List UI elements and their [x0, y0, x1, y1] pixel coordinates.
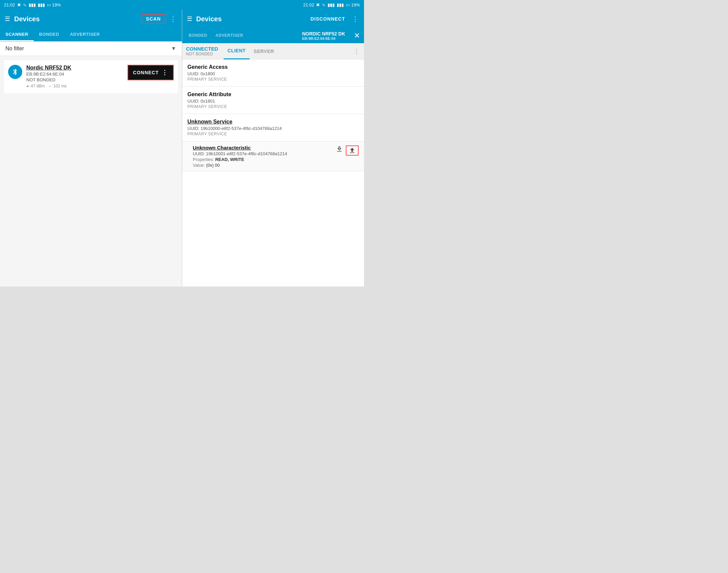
disconnect-button[interactable]: DISCONNECT — [308, 15, 348, 23]
bluetooth-icon: ✖ — [17, 2, 21, 7]
battery-left: ▭ 19% — [47, 2, 61, 7]
connect-button[interactable]: CONNECT ⋮ — [128, 65, 173, 80]
char-unknown-uuid: UUID: 19b10001-e8f2-537e-4f6c-d104768a12… — [193, 151, 333, 156]
service-generic-access-name: Generic Access — [188, 64, 359, 70]
tab-advertiser-left[interactable]: ADVERTISER — [64, 28, 105, 41]
signal-icon-r: ▮▮▮ — [328, 2, 335, 7]
right-toolbar-title: Devices — [196, 15, 304, 23]
battery-right: ▭ 19% — [346, 2, 360, 7]
device-meta: ◂ -47 dBm ↔ 102 ms — [26, 84, 123, 88]
characteristic-unknown: Unknown Characteristic UUID: 19b10001-e8… — [182, 141, 364, 171]
device-bond-status: NOT BONDED — [26, 77, 123, 82]
device-list: Nordic NRF52 DK EB:9B:E2:64:6E:04 NOT BO… — [0, 56, 182, 286]
signal-icon-2: ▮▮▮ — [38, 2, 45, 7]
right-panel: ☰ Devices DISCONNECT ⋮ BONDED ADVERTISER… — [182, 9, 364, 286]
services-list: Generic Access UUID: 0x1800 PRIMARY SERV… — [182, 59, 364, 286]
status-bar-right: 21:02 ✖ ∿ ▮▮▮ ▮▮▮ ▭ 19% — [303, 2, 360, 7]
service-generic-attribute: Generic Attribute UUID: 0x1801 PRIMARY S… — [182, 87, 364, 114]
right-connection-tabs: CONNECTED NOT BONDED CLIENT SERVER ⋮ — [182, 43, 364, 59]
service-generic-access: Generic Access UUID: 0x1800 PRIMARY SERV… — [182, 59, 364, 87]
right-panel-dots-button[interactable]: ⋮ — [353, 47, 360, 55]
char-upload-button[interactable] — [346, 145, 359, 156]
signal-arrow-icon: ◂ — [26, 84, 28, 88]
left-toolbar: ☰ Devices SCAN ⋮ — [0, 9, 182, 28]
service-generic-attribute-type: PRIMARY SERVICE — [188, 104, 359, 109]
char-info: Unknown Characteristic UUID: 19b10001-e8… — [193, 145, 333, 168]
char-properties: Properties: READ, WRITE — [193, 157, 333, 162]
char-value: Value: (0x) 00 — [193, 163, 333, 168]
left-time: 21:02 — [4, 2, 15, 7]
wifi-icon-r: ∿ — [322, 2, 326, 7]
right-device-mac: EB:9B:E2:64:6E:04 — [302, 36, 345, 40]
right-tab-device[interactable]: NORDIC NRF52 DK EB:9B:E2:64:6E:04 — [297, 28, 350, 43]
left-tabs: SCANNER BONDED ADVERTISER — [0, 28, 182, 42]
device-mac: EB:9B:E2:64:6E:04 — [26, 72, 123, 77]
char-download-button[interactable] — [336, 145, 343, 153]
right-toolbar-dots-button[interactable]: ⋮ — [352, 15, 359, 23]
filter-arrow-icon: ▼ — [171, 46, 176, 52]
service-generic-access-uuid: UUID: 0x1800 — [188, 71, 359, 76]
left-hamburger-button[interactable]: ☰ — [5, 15, 10, 23]
char-actions — [336, 145, 359, 156]
right-time: 21:02 — [303, 2, 314, 7]
status-bar-left: 21:02 ✖ ∿ ▮▮▮ ▮▮▮ ▭ 19% — [4, 2, 61, 7]
service-generic-access-type: PRIMARY SERVICE — [188, 77, 359, 82]
service-generic-attribute-name: Generic Attribute — [188, 91, 359, 98]
service-unknown: Unknown Service UUID: 19b10000-e8f2-537e… — [182, 114, 364, 141]
connection-status: CONNECTED NOT BONDED — [186, 46, 218, 56]
filter-text: No filter — [5, 46, 168, 52]
bluetooth-icon-r: ✖ — [316, 2, 320, 7]
connected-label: CONNECTED — [186, 46, 218, 52]
device-name: Nordic NRF52 DK — [26, 65, 123, 71]
right-hamburger-button[interactable]: ☰ — [187, 15, 192, 23]
right-device-tabs-bar: BONDED ADVERTISER NORDIC NRF52 DK EB:9B:… — [182, 28, 364, 43]
device-item: Nordic NRF52 DK EB:9B:E2:64:6E:04 NOT BO… — [4, 60, 178, 93]
left-toolbar-title: Devices — [14, 15, 137, 23]
left-panel: ☰ Devices SCAN ⋮ SCANNER BONDED ADVERTIS… — [0, 9, 182, 286]
tab-scanner[interactable]: SCANNER — [0, 28, 34, 41]
service-unknown-name: Unknown Service — [188, 119, 359, 125]
panels: ☰ Devices SCAN ⋮ SCANNER BONDED ADVERTIS… — [0, 9, 364, 286]
service-generic-attribute-uuid: UUID: 0x1801 — [188, 99, 359, 104]
connect-label: CONNECT — [133, 70, 159, 75]
left-dots-button[interactable]: ⋮ — [170, 15, 177, 23]
right-toolbar: ☰ Devices DISCONNECT ⋮ — [182, 9, 364, 28]
bonded-label: NOT BONDED — [186, 52, 218, 56]
device-info: Nordic NRF52 DK EB:9B:E2:64:6E:04 NOT BO… — [26, 65, 123, 88]
service-unknown-type: PRIMARY SERVICE — [188, 132, 359, 136]
filter-bar[interactable]: No filter ▼ — [0, 42, 182, 56]
signal-icon: ▮▮▮ — [29, 2, 36, 7]
right-tab-close-button[interactable]: ✕ — [350, 31, 364, 40]
char-unknown-name: Unknown Characteristic — [193, 145, 333, 151]
right-tab-advertiser[interactable]: ADVERTISER — [212, 30, 247, 42]
tab-server[interactable]: SERVER — [250, 43, 278, 59]
signal-icon-r2: ▮▮▮ — [337, 2, 344, 7]
status-bar: 21:02 ✖ ∿ ▮▮▮ ▮▮▮ ▭ 19% 21:02 ✖ ∿ ▮▮▮ ▮▮… — [0, 0, 364, 9]
device-bluetooth-icon — [8, 65, 22, 79]
wifi-icon: ∿ — [23, 2, 27, 7]
service-unknown-uuid: UUID: 19b10000-e8f2-537e-4f6c-d104768a12… — [188, 126, 359, 131]
tab-bonded-left[interactable]: BONDED — [34, 28, 64, 41]
connect-dots-icon: ⋮ — [162, 69, 168, 76]
tab-client[interactable]: CLIENT — [224, 43, 250, 59]
right-device-name: NORDIC NRF52 DK — [302, 31, 345, 36]
right-tab-bonded[interactable]: BONDED — [185, 30, 212, 42]
scan-button[interactable]: SCAN — [141, 14, 166, 24]
